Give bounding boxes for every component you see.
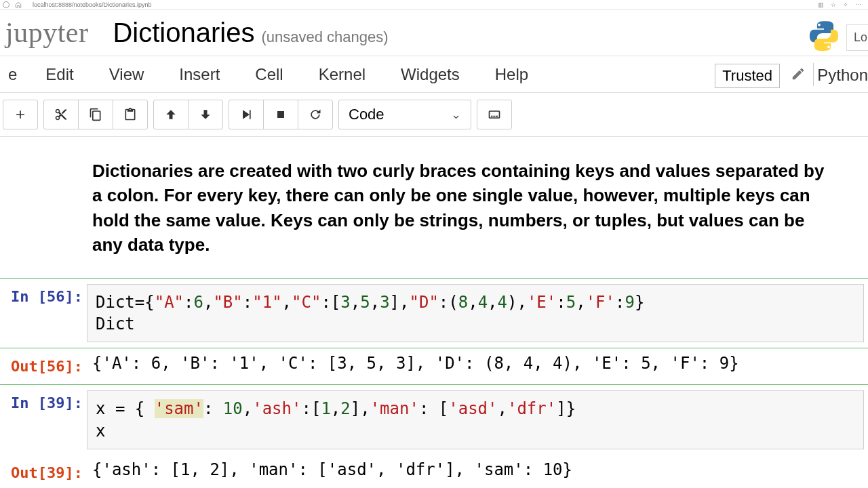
star-icon[interactable]: ☆ <box>831 1 836 8</box>
menu-file-partial[interactable]: e <box>4 65 28 84</box>
markdown-cell[interactable]: Dictionaries are created with two curly … <box>0 149 856 278</box>
run-button[interactable] <box>229 100 264 129</box>
divider <box>813 63 814 86</box>
svg-rect-2 <box>250 110 251 119</box>
login-button[interactable]: Lo <box>846 24 868 51</box>
out-prompt: Out[39]: <box>11 464 83 481</box>
add-cell-button[interactable] <box>3 100 38 129</box>
jupyter-logo[interactable]: jupyter <box>5 16 88 49</box>
move-down-button[interactable] <box>188 100 223 129</box>
menu-help[interactable]: Help <box>477 65 546 84</box>
code-cell-2[interactable]: In [39]: x = { 'sam': 10,'ash':[1,2],'ma… <box>0 384 868 455</box>
python-logo-icon <box>807 19 841 56</box>
output-text-2: {'ash': [1, 2], 'man': ['asd', 'dfr'], '… <box>87 455 868 481</box>
in-prompt: In [56]: <box>11 288 83 305</box>
svg-rect-6 <box>493 116 495 117</box>
restart-button[interactable] <box>298 100 333 129</box>
reload-icon[interactable] <box>3 1 9 8</box>
svg-point-1 <box>827 45 830 48</box>
paste-button[interactable] <box>113 100 148 129</box>
chevron-down-icon: ⌄ <box>451 107 461 122</box>
menu-kernel[interactable]: Kernel <box>301 65 383 84</box>
code-cell-1[interactable]: In [56]: Dict={"A":6,"B":"1","C":[3,5,3]… <box>0 278 868 349</box>
interrupt-button[interactable] <box>263 100 298 129</box>
out-prompt: Out[56]: <box>11 358 83 375</box>
url-text[interactable]: localhost:8888/notebooks/Dictionaries.ip… <box>27 1 812 8</box>
toolbar: Code ⌄ <box>0 93 868 137</box>
reader-icon[interactable]: ▥ <box>818 1 824 8</box>
move-up-button[interactable] <box>153 100 189 129</box>
output-row-1: Out[56]: {'A': 6, 'B': '1', 'C': [3, 5, … <box>0 348 868 384</box>
menu-widgets[interactable]: Widgets <box>383 65 477 84</box>
svg-rect-5 <box>491 116 493 117</box>
celltype-value: Code <box>349 106 384 123</box>
cut-button[interactable] <box>43 100 79 129</box>
output-text-1: {'A': 6, 'B': '1', 'C': [3, 5, 3], 'D': … <box>87 348 868 375</box>
more-icon[interactable]: ⋯ <box>855 1 861 8</box>
favorites-icon[interactable]: ✧ <box>843 1 848 8</box>
edit-mode-icon[interactable] <box>791 66 806 84</box>
menu-insert[interactable]: Insert <box>161 65 237 84</box>
code-input-1[interactable]: Dict={"A":6,"B":"1","C":[3,5,3],"D":(8,4… <box>87 284 864 343</box>
menu-view[interactable]: View <box>92 65 162 84</box>
svg-point-0 <box>818 24 821 26</box>
svg-rect-7 <box>496 116 498 117</box>
save-status: (unsaved changes) <box>261 28 388 46</box>
kernel-name[interactable]: Python <box>817 66 868 85</box>
notebook-header: jupyter Dictionaries (unsaved changes) L… <box>0 9 868 56</box>
svg-rect-4 <box>490 111 500 118</box>
menu-cell[interactable]: Cell <box>237 65 300 84</box>
copy-button[interactable] <box>78 100 113 129</box>
output-row-2: Out[39]: {'ash': [1, 2], 'man': ['asd', … <box>0 455 868 488</box>
svg-rect-3 <box>277 111 284 118</box>
menu-bar: e Edit View Insert Cell Kernel Widgets H… <box>0 56 868 93</box>
code-input-2[interactable]: x = { 'sam': 10,'ash':[1,2],'man': ['asd… <box>87 390 864 449</box>
home-icon[interactable] <box>15 1 22 8</box>
browser-address-bar: localhost:8888/notebooks/Dictionaries.ip… <box>0 0 868 9</box>
notebook-area: Dictionaries are created with two curly … <box>0 137 868 488</box>
command-palette-button[interactable] <box>477 100 512 129</box>
in-prompt: In [39]: <box>11 394 83 411</box>
trusted-indicator[interactable]: Trusted <box>715 64 780 88</box>
menu-edit[interactable]: Edit <box>28 65 91 84</box>
celltype-select[interactable]: Code ⌄ <box>338 100 471 129</box>
notebook-title[interactable]: Dictionaries <box>113 18 254 48</box>
